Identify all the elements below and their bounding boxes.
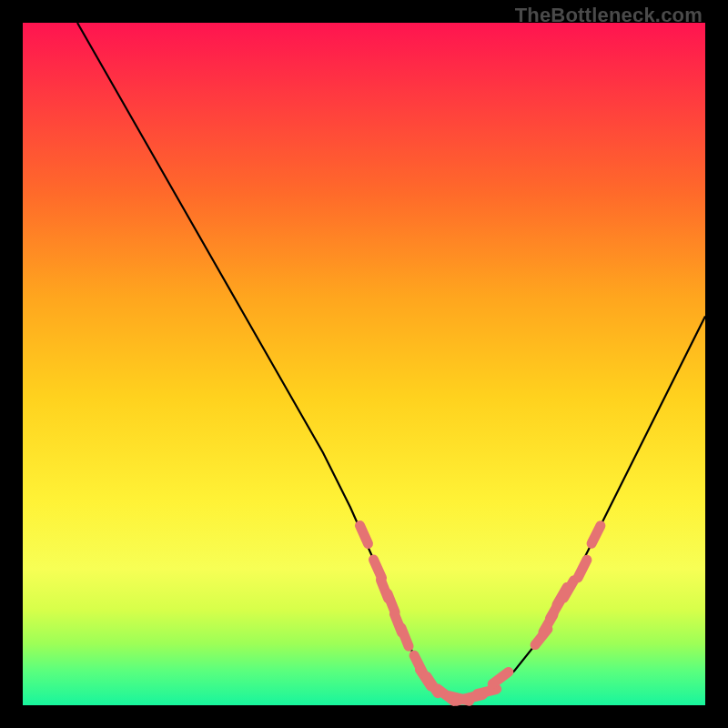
curve-marker [401, 628, 409, 646]
curve-marker [477, 689, 496, 693]
curve-marker [592, 526, 601, 544]
curve-marker [360, 525, 369, 543]
curve-layer [23, 23, 705, 705]
curve-marker [578, 560, 587, 578]
highlighted-segment-markers [360, 525, 601, 701]
curve-marker [492, 672, 509, 683]
chart-frame: TheBottleneck.com [0, 0, 728, 728]
